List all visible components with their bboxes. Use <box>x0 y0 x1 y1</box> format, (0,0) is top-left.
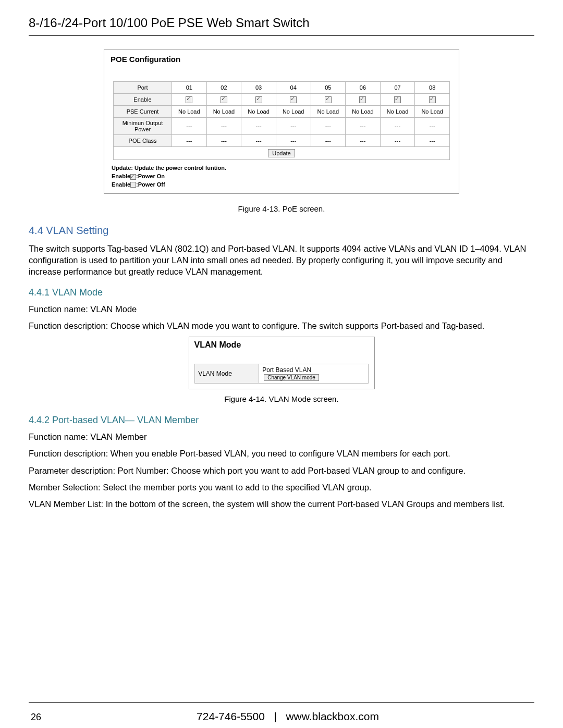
vlan-mode-label: VLAN Mode <box>195 364 259 384</box>
footer-divider <box>29 702 534 703</box>
pse-current-cell: No Load <box>311 106 346 118</box>
poe-configuration-panel: POE Configuration Port 01 02 03 04 05 06… <box>104 49 459 194</box>
page-number: 26 <box>31 712 41 723</box>
vlan-mode-value-cell: Port Based VLAN Change VLAN mode <box>259 364 369 384</box>
poe-class-cell: --- <box>380 135 415 147</box>
poe-notes: Update: Update the power control funtion… <box>104 162 459 190</box>
vlan-mode-fn-desc: Function description: Choose which VLAN … <box>29 320 534 331</box>
vlan-mode-table: VLAN Mode Port Based VLAN Change VLAN mo… <box>194 364 369 384</box>
enable-off-prefix: Enable <box>112 181 130 188</box>
footer-phone: 724-746-5500 <box>197 710 265 722</box>
page-footer: 26 724-746-5500 | www.blackbox.com <box>29 708 534 728</box>
pse-current-cell: No Load <box>415 106 450 118</box>
poe-class-cell: --- <box>346 135 381 147</box>
poe-panel-title: POE Configuration <box>104 50 459 66</box>
vlan-member-selection: Member Selection: Select the member port… <box>29 482 534 493</box>
poe-class-cell: --- <box>311 135 346 147</box>
pse-current-cell: No Load <box>206 106 241 118</box>
header-divider <box>29 35 534 36</box>
min-output-cell: --- <box>415 118 450 135</box>
min-output-cell: --- <box>380 118 415 135</box>
enable-on-prefix: Enable <box>112 173 130 179</box>
enable-checkbox[interactable] <box>394 96 401 103</box>
port-header: 01 <box>172 82 207 94</box>
pse-current-cell: No Load <box>172 106 207 118</box>
checkbox-off-icon <box>130 182 136 188</box>
update-button[interactable]: Update <box>268 149 295 157</box>
port-header: 03 <box>241 82 276 94</box>
port-header: 05 <box>311 82 346 94</box>
pse-current-cell: No Load <box>276 106 311 118</box>
row-label-pse-current: PSE Current <box>114 106 172 118</box>
vlan-member-param-desc: Parameter description: Port Number: Choo… <box>29 465 534 476</box>
table-row: POE Class --- --- --- --- --- --- --- --… <box>114 135 450 147</box>
footer-url: www.blackbox.com <box>286 710 379 722</box>
min-output-cell: --- <box>311 118 346 135</box>
row-label-enable: Enable <box>114 94 172 106</box>
section-heading-44: 4.4 VLAN Setting <box>29 225 534 237</box>
enable-checkbox[interactable] <box>429 96 436 103</box>
poe-table: Port 01 02 03 04 05 06 07 08 Enable <box>113 81 450 160</box>
pse-current-cell: No Load <box>346 106 381 118</box>
page-header-title: 8-/16-/24-Port 10/100 PoE PSE Web Smart … <box>29 16 534 30</box>
vlan-member-fn-desc: Function description: When you enable Po… <box>29 448 534 459</box>
port-header: 08 <box>415 82 450 94</box>
row-label-port: Port <box>114 82 172 94</box>
figure-caption-414: Figure 4-14. VLAN Mode screen. <box>29 394 534 403</box>
min-output-cell: --- <box>346 118 381 135</box>
poe-class-cell: --- <box>276 135 311 147</box>
min-output-cell: --- <box>172 118 207 135</box>
table-row: VLAN Mode Port Based VLAN Change VLAN mo… <box>195 364 369 384</box>
vlan-member-list: VLAN Member List: In the bottom of the s… <box>29 498 534 510</box>
table-row: Minimun Output Power --- --- --- --- ---… <box>114 118 450 135</box>
section-heading-441: 4.4.1 VLAN Mode <box>29 287 534 298</box>
enable-checkbox[interactable] <box>255 96 262 103</box>
enable-off-suffix: :Power Off <box>136 181 165 188</box>
poe-class-cell: --- <box>241 135 276 147</box>
pse-current-cell: No Load <box>241 106 276 118</box>
row-label-poe-class: POE Class <box>114 135 172 147</box>
vlan-mode-fn-name: Function name: VLAN Mode <box>29 303 534 315</box>
table-row: PSE Current No Load No Load No Load No L… <box>114 106 450 118</box>
pse-current-cell: No Load <box>380 106 415 118</box>
min-output-cell: --- <box>241 118 276 135</box>
change-vlan-mode-button[interactable]: Change VLAN mode <box>264 374 319 381</box>
vlan-mode-panel-title: VLAN Mode <box>189 337 374 351</box>
port-header: 07 <box>380 82 415 94</box>
section44-body: The switch supports Tag-based VLAN (802.… <box>29 243 534 278</box>
poe-class-cell: --- <box>206 135 241 147</box>
port-header: 06 <box>346 82 381 94</box>
poe-class-cell: --- <box>415 135 450 147</box>
checkbox-on-icon <box>130 174 136 180</box>
row-label-min-output: Minimun Output Power <box>114 118 172 135</box>
port-header: 02 <box>206 82 241 94</box>
enable-checkbox[interactable] <box>186 96 192 103</box>
port-header: 04 <box>276 82 311 94</box>
footer-sep: | <box>274 710 276 722</box>
section-heading-442: 4.4.2 Port-based VLAN— VLAN Member <box>29 415 534 426</box>
table-row: Port 01 02 03 04 05 06 07 08 <box>114 82 450 94</box>
min-output-cell: --- <box>276 118 311 135</box>
update-note: Update: Update the power control funtion… <box>112 165 226 171</box>
vlan-mode-value: Port Based VLAN <box>262 366 311 374</box>
table-row: Update <box>114 147 450 160</box>
poe-class-cell: --- <box>172 135 207 147</box>
enable-checkbox[interactable] <box>290 96 297 103</box>
enable-on-suffix: :Power On <box>136 173 165 179</box>
figure-caption-413: Figure 4-13. PoE screen. <box>29 204 534 213</box>
vlan-mode-panel: VLAN Mode VLAN Mode Port Based VLAN Chan… <box>189 337 375 389</box>
enable-checkbox[interactable] <box>221 96 227 103</box>
enable-checkbox[interactable] <box>325 96 332 103</box>
enable-checkbox[interactable] <box>359 96 366 103</box>
vlan-member-fn-name: Function name: VLAN Member <box>29 431 534 442</box>
min-output-cell: --- <box>206 118 241 135</box>
table-row: Enable <box>114 94 450 106</box>
